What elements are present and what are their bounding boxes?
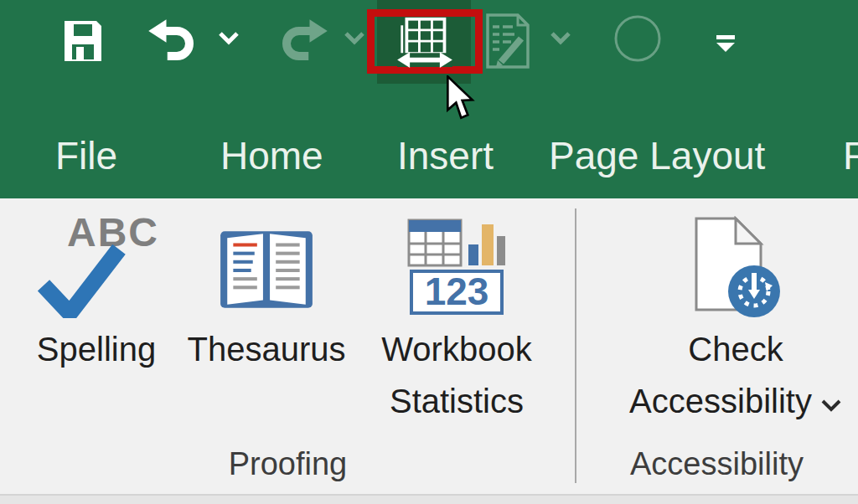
highlight-red-box[interactable] <box>367 9 483 74</box>
workbook-statistics-button[interactable]: 123 Workbook Statistics <box>360 205 553 427</box>
chevron-down-icon <box>820 398 842 413</box>
chevron-down-icon <box>344 30 365 45</box>
undo-button[interactable] <box>144 17 201 62</box>
checkmark-icon <box>35 243 127 318</box>
spelling-button[interactable]: ABC Spelling <box>14 205 178 375</box>
ribbon-content: ABC Spelling <box>0 198 858 494</box>
tab-formulas[interactable]: Formulas <box>843 124 858 188</box>
mouse-cursor-icon <box>444 75 476 122</box>
check-accessibility-icon <box>690 216 782 318</box>
document-edit-button <box>481 10 536 74</box>
autofit-column-width-icon <box>394 16 456 68</box>
workbook-statistics-icon: 123 <box>406 218 507 318</box>
check-accessibility-label-text: Check Accessibility <box>629 331 812 419</box>
tab-home[interactable]: Home <box>220 124 323 188</box>
undo-dropdown-button[interactable] <box>214 27 243 49</box>
document-edit-dropdown-button <box>546 27 575 49</box>
redo-icon <box>277 18 329 60</box>
tab-insert[interactable]: Insert <box>397 124 494 188</box>
spelling-label: Spelling <box>37 323 156 375</box>
proofing-group-label: Proofing <box>0 446 576 482</box>
document-edit-icon <box>484 13 533 70</box>
workbook-statistics-123-text: 123 <box>425 270 489 313</box>
save-button[interactable] <box>59 13 107 69</box>
undo-icon <box>147 18 199 60</box>
redo-button <box>275 17 332 62</box>
thesaurus-label: Thesaurus <box>188 323 346 375</box>
accessibility-group-label: Accessibility <box>576 446 858 482</box>
circle-icon <box>612 13 663 64</box>
tab-file[interactable]: File <box>55 124 117 188</box>
save-icon <box>63 18 103 64</box>
group-divider <box>575 208 576 483</box>
redo-dropdown-button <box>340 27 369 49</box>
chevron-down-icon <box>550 30 571 45</box>
customize-quick-access-toolbar-button[interactable] <box>711 30 741 57</box>
tab-page-layout[interactable]: Page Layout <box>549 124 765 188</box>
thesaurus-button[interactable]: Thesaurus <box>178 205 355 375</box>
workbook-statistics-label: Workbook Statistics <box>360 323 553 427</box>
thesaurus-icon <box>215 224 318 318</box>
chevron-down-icon <box>218 30 240 45</box>
spelling-icon: ABC <box>34 209 159 318</box>
check-accessibility-button[interactable]: Check Accessibility <box>616 205 855 427</box>
circle-button <box>612 13 664 64</box>
title-bar: File Home Insert Page Layout Formulas <box>0 0 858 198</box>
ribbon-bottom-edge <box>0 494 858 504</box>
customize-quick-access-toolbar-icon <box>714 33 737 54</box>
check-accessibility-label: Check Accessibility <box>616 323 855 427</box>
